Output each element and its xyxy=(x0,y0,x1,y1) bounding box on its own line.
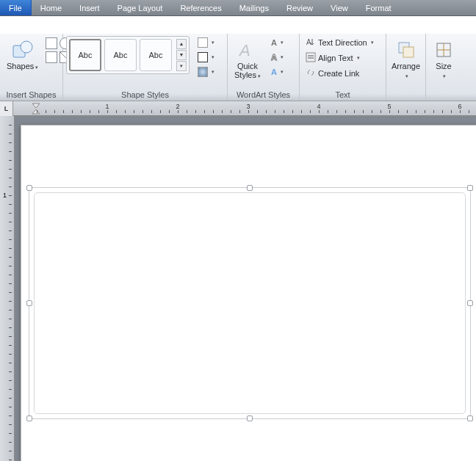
tab-page-layout[interactable]: Page Layout xyxy=(109,0,172,15)
resize-handle-w[interactable] xyxy=(26,300,32,306)
text-effects-button[interactable]: A▾ xyxy=(268,65,286,79)
group-label-wordart: WordArt Styles xyxy=(231,90,296,101)
chevron-down-icon: ▾ xyxy=(212,54,214,60)
chevron-down-icon: ▾ xyxy=(371,40,374,46)
text-outline-button[interactable]: A▾ xyxy=(268,51,286,64)
group-text: A Text Direction▾ Align Text▾ Create Lin… xyxy=(300,34,386,101)
quick-styles-label: Quick Styles xyxy=(234,62,258,79)
letter-a-icon: A xyxy=(271,38,277,47)
ruler-h-number: 1 xyxy=(105,103,109,110)
align-text-icon xyxy=(306,52,316,64)
create-link-button[interactable]: Create Link xyxy=(303,67,377,80)
text-direction-button[interactable]: A Text Direction▾ xyxy=(303,36,377,49)
gallery-scroll: ▲ ▼ ▾ xyxy=(176,39,187,71)
shape-style-gallery: Abc Abc Abc ▲ ▼ ▾ xyxy=(66,36,190,74)
resize-handle-e[interactable] xyxy=(467,300,473,306)
recent-shape-3[interactable] xyxy=(46,51,57,63)
shapes-icon xyxy=(11,38,35,62)
tab-format[interactable]: Format xyxy=(357,0,400,15)
size-button[interactable]: Size▾ xyxy=(428,36,459,83)
tab-file[interactable]: File xyxy=(0,0,32,15)
ruler-v-number: 1 xyxy=(3,192,7,199)
ruler-h-number: 4 xyxy=(317,103,320,110)
resize-handle-n[interactable] xyxy=(247,185,253,191)
resize-handle-s[interactable] xyxy=(247,415,253,421)
resize-handle-sw[interactable] xyxy=(26,415,32,421)
group-shape-styles: Abc Abc Abc ▲ ▼ ▾ ▾ ▾ ▾ Shape Styles xyxy=(63,34,228,101)
letter-a-glow-icon: A xyxy=(271,68,277,76)
style-preset-1[interactable]: Abc xyxy=(69,39,101,71)
annotation-highlight xyxy=(0,16,54,34)
shape-effects-button[interactable]: ▾ xyxy=(195,65,217,79)
svg-rect-8 xyxy=(403,47,414,57)
text-direction-label: Text Direction xyxy=(318,38,367,47)
shapes-button[interactable]: Shapes▾ xyxy=(3,36,42,74)
page[interactable] xyxy=(21,125,476,461)
vertical-ruler[interactable]: 1 xyxy=(0,116,15,461)
gallery-up[interactable]: ▲ xyxy=(176,39,187,49)
size-label: Size xyxy=(436,62,451,70)
tab-insert[interactable]: Insert xyxy=(71,0,109,15)
text-fill-outline-effects: A▾ A▾ A▾ xyxy=(268,36,286,79)
wordart-icon: A xyxy=(236,38,259,62)
letter-a-outline-icon: A xyxy=(271,53,277,62)
chevron-down-icon: ▾ xyxy=(258,73,261,79)
chevron-down-icon: ▾ xyxy=(281,40,284,46)
tab-home[interactable]: Home xyxy=(32,0,71,15)
ruler-h-number: 5 xyxy=(387,103,391,110)
resize-handle-se[interactable] xyxy=(467,415,473,421)
group-size: Size▾ xyxy=(426,34,461,101)
group-arrange: Arrange▾ xyxy=(386,34,426,101)
chevron-down-icon: ▾ xyxy=(405,73,408,79)
horizontal-ruler[interactable]: L 123456 xyxy=(0,101,476,116)
arrange-button[interactable]: Arrange▾ xyxy=(388,36,424,83)
arrange-icon xyxy=(394,38,418,62)
ruler-h-number: 6 xyxy=(458,103,461,110)
gallery-more[interactable]: ▾ xyxy=(176,61,187,71)
page-area[interactable] xyxy=(15,116,476,461)
shape-outline-button[interactable]: ▾ xyxy=(195,51,217,64)
svg-marker-11 xyxy=(32,109,40,114)
style-preset-2[interactable]: Abc xyxy=(104,39,137,71)
chevron-down-icon: ▾ xyxy=(357,55,360,61)
paint-bucket-icon xyxy=(198,37,208,48)
tab-mailings[interactable]: Mailings xyxy=(231,0,278,15)
group-label-insert-shapes: Insert Shapes xyxy=(3,90,60,101)
resize-handle-ne[interactable] xyxy=(467,185,473,191)
tab-selector[interactable]: L xyxy=(0,101,13,116)
svg-text:A: A xyxy=(238,41,250,59)
pencil-icon xyxy=(198,52,208,62)
create-link-label: Create Link xyxy=(318,69,359,78)
quick-styles-button[interactable]: A Quick Styles▾ xyxy=(231,36,264,83)
size-icon xyxy=(432,38,455,62)
recent-shape-1[interactable] xyxy=(46,37,57,49)
menu-bar: File Home Insert Page Layout References … xyxy=(0,0,476,16)
style-preset-3[interactable]: Abc xyxy=(140,39,172,71)
effects-icon xyxy=(198,67,208,77)
group-label-text: Text xyxy=(303,90,383,101)
chevron-down-icon: ▾ xyxy=(443,73,446,79)
ruler-h-number: 3 xyxy=(246,103,250,110)
svg-point-1 xyxy=(21,41,32,53)
group-insert-shapes: Shapes▾ Insert Shapes xyxy=(0,34,63,101)
svg-rect-4 xyxy=(306,53,315,62)
text-direction-icon: A xyxy=(306,37,316,48)
tab-view[interactable]: View xyxy=(322,0,357,15)
tab-references[interactable]: References xyxy=(171,0,230,15)
gallery-down[interactable]: ▼ xyxy=(176,50,187,60)
shape-fill-outline-effects: ▾ ▾ ▾ xyxy=(195,36,217,79)
link-icon xyxy=(306,68,316,79)
align-text-button[interactable]: Align Text▾ xyxy=(303,51,377,65)
ruler-h-number: 2 xyxy=(176,103,179,110)
indent-marker[interactable] xyxy=(31,102,41,117)
text-box-shape[interactable] xyxy=(29,187,471,419)
resize-handle-nw[interactable] xyxy=(26,185,32,191)
shape-fill-button[interactable]: ▾ xyxy=(195,36,217,49)
shapes-label: Shapes xyxy=(7,62,34,70)
tab-review[interactable]: Review xyxy=(278,0,322,15)
chevron-down-icon: ▾ xyxy=(212,40,214,46)
chevron-down-icon: ▾ xyxy=(212,69,214,75)
text-fill-button[interactable]: A▾ xyxy=(268,36,286,49)
group-label-shape-styles: Shape Styles xyxy=(66,90,224,101)
chevron-down-icon: ▾ xyxy=(281,54,284,60)
